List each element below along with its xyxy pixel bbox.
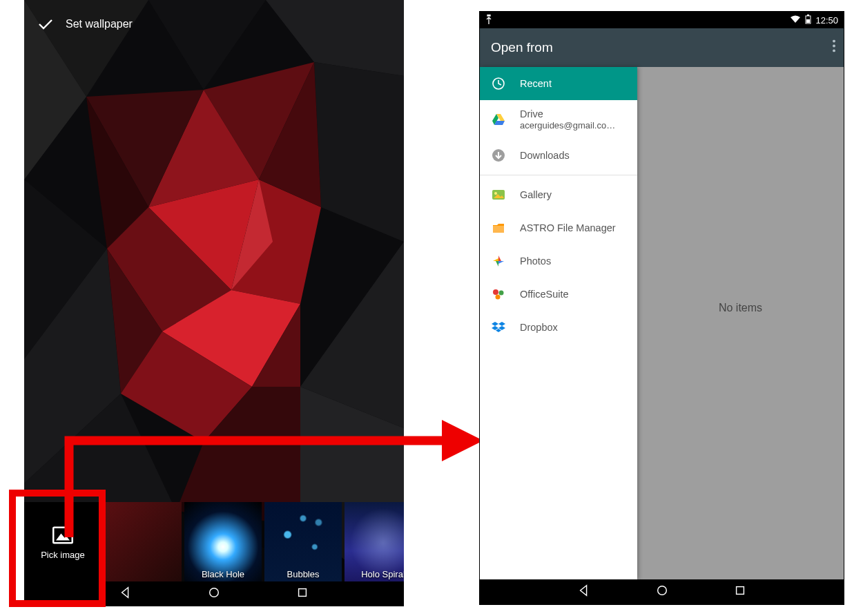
image-icon — [52, 526, 73, 544]
drawer-label: Gallery — [520, 189, 552, 201]
navigation-bar — [480, 579, 844, 604]
right-device: 12:50 Open from Recent Drive acerguides@… — [479, 11, 844, 605]
drawer-divider — [480, 175, 637, 175]
drive-icon — [491, 112, 506, 127]
back-button[interactable] — [578, 584, 590, 599]
drawer-item-astro[interactable]: ASTRO File Manager — [480, 211, 637, 244]
svg-rect-45 — [493, 226, 504, 233]
drawer-item-dropbox[interactable]: Dropbox — [480, 311, 637, 344]
svg-point-54 — [657, 586, 666, 595]
recents-button[interactable] — [296, 586, 309, 601]
svg-rect-29 — [299, 589, 307, 597]
svg-marker-30 — [442, 420, 483, 461]
drawer-label: Photos — [520, 255, 551, 267]
wallpaper-thumb-black-hole[interactable]: Black Hole — [184, 502, 262, 584]
svg-point-35 — [833, 45, 835, 48]
svg-rect-26 — [53, 527, 72, 543]
set-wallpaper-label: Set wallpaper — [66, 18, 133, 30]
svg-point-36 — [833, 50, 835, 52]
action-bar-title: Open from — [491, 40, 553, 55]
svg-point-28 — [210, 588, 219, 597]
drawer-label: OfficeSuite — [520, 288, 569, 300]
thumb-label: Black Hole — [184, 569, 262, 579]
recent-icon — [491, 76, 506, 91]
pick-image-label: Pick image — [41, 550, 85, 560]
back-button[interactable] — [119, 586, 132, 601]
source-drawer: Recent Drive acerguides@gmail.co… Downlo… — [480, 67, 637, 579]
set-wallpaper-button[interactable]: Set wallpaper — [24, 10, 404, 38]
drawer-label: ASTRO File Manager — [520, 222, 616, 234]
navigation-bar — [24, 581, 404, 606]
dropbox-icon — [491, 320, 506, 335]
left-device: Set wallpaper Pick image Black Hole Bubb… — [24, 0, 404, 606]
gallery-icon — [491, 187, 506, 202]
status-time: 12:50 — [815, 15, 838, 26]
usb-icon — [485, 15, 492, 26]
wifi-icon — [790, 15, 801, 26]
wallpaper-thumb-polygonal[interactable] — [104, 502, 182, 584]
thumb-label: Bubbles — [264, 569, 342, 579]
svg-point-48 — [496, 295, 501, 300]
drawer-label: Dropbox — [520, 321, 558, 334]
astro-icon — [491, 220, 506, 235]
pick-image-button[interactable]: Pick image — [24, 502, 101, 584]
drawer-item-photos[interactable]: Photos — [480, 244, 637, 278]
home-button[interactable] — [208, 586, 220, 601]
drawer-item-drive[interactable]: Drive acerguides@gmail.co… — [480, 100, 637, 139]
home-button[interactable] — [656, 584, 668, 599]
drawer-label: Recent — [520, 77, 552, 90]
downloads-icon — [491, 148, 506, 163]
action-bar: Open from — [480, 28, 844, 67]
drawer-item-downloads[interactable]: Downloads — [480, 139, 637, 172]
drawer-label: Downloads — [520, 149, 570, 162]
drawer-item-officesuite[interactable]: OfficeSuite — [480, 278, 637, 311]
drawer-label: Drive — [520, 108, 615, 120]
svg-point-46 — [493, 289, 498, 295]
svg-rect-55 — [736, 587, 744, 595]
wallpaper-thumb-holo-spiral[interactable]: Holo Spiral — [345, 502, 404, 584]
photos-icon — [491, 253, 506, 269]
svg-point-43 — [494, 192, 497, 195]
svg-marker-49 — [492, 322, 498, 326]
wallpaper-thumb-bubbles[interactable]: Bubbles — [264, 502, 342, 584]
overflow-menu-icon[interactable] — [833, 40, 835, 56]
svg-marker-50 — [498, 322, 505, 326]
svg-point-34 — [833, 40, 835, 43]
svg-marker-53 — [496, 329, 501, 332]
drawer-sublabel: acerguides@gmail.co… — [520, 120, 615, 131]
check-icon — [37, 16, 53, 32]
svg-rect-33 — [806, 19, 810, 23]
status-bar: 12:50 — [480, 12, 844, 28]
drawer-item-gallery[interactable]: Gallery — [480, 178, 637, 211]
svg-marker-27 — [56, 533, 70, 540]
drawer-item-recent[interactable]: Recent — [480, 67, 637, 100]
wallpaper-thumbnail-row: Pick image Black Hole Bubbles Holo Spira… — [24, 502, 404, 584]
thumb-label: Holo Spiral — [345, 569, 404, 579]
recents-button[interactable] — [734, 584, 746, 599]
empty-state-text: No items — [637, 302, 844, 314]
battery-icon — [805, 15, 811, 26]
svg-rect-32 — [807, 15, 809, 16]
officesuite-icon — [491, 287, 506, 302]
svg-point-47 — [499, 291, 504, 296]
